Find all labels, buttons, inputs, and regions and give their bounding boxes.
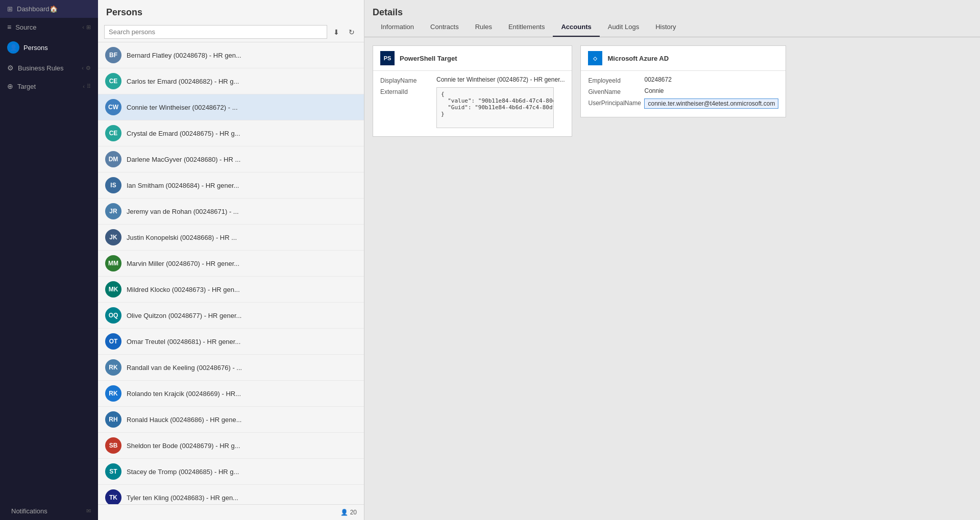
- azure-card-body: EmployeeId 00248672 GivenName Connie Use…: [581, 71, 786, 117]
- azure-logo: ◇: [588, 51, 602, 65]
- persons-footer: 👤 20: [98, 504, 364, 520]
- list-item[interactable]: STStacey de Tromp (00248685) - HR g...: [98, 459, 364, 485]
- sidebar-notifications-label: Notifications: [11, 507, 86, 515]
- sidebar-item-dashboard[interactable]: ⊞ Dashboard 🏠: [0, 0, 98, 18]
- list-item[interactable]: CECrystal de Emard (00248675) - HR g...: [98, 120, 364, 146]
- upn-label: UserPrincipalName: [588, 98, 644, 107]
- sidebar-item-target[interactable]: ⊕ Target ‹ ⠿: [0, 77, 98, 95]
- list-item[interactable]: DMDarlene MacGyver (00248680) - HR ...: [98, 146, 364, 172]
- persons-panel-title: Persons: [98, 0, 364, 22]
- chevron-left-icon-t: ‹: [83, 83, 85, 89]
- tab-information[interactable]: Information: [373, 18, 422, 37]
- list-item[interactable]: CWConnie ter Wintheiser (00248672) - ...: [98, 94, 364, 120]
- employee-id-value: 00248672: [644, 76, 778, 83]
- target-icon: ⊕: [7, 82, 13, 90]
- person-name: Ronald Hauck (00248686) - HR gene...: [127, 416, 241, 424]
- upn-row: UserPrincipalName connie.ter.wintheiser@…: [588, 98, 778, 109]
- external-id-label: ExternalId: [380, 87, 436, 95]
- list-item[interactable]: CECarlos ter Emard (00248682) - HR g...: [98, 68, 364, 94]
- download-button[interactable]: ⬇: [330, 26, 342, 38]
- person-name: Jeremy van de Rohan (00248671) - ...: [127, 208, 239, 215]
- person-name: Justin Konopelski (00248668) - HR ...: [127, 234, 237, 241]
- person-name: Darlene MacGyver (00248680) - HR ...: [127, 156, 240, 163]
- tab-contracts[interactable]: Contracts: [422, 18, 467, 37]
- list-item[interactable]: RKRandall van de Keeling (00248676) - ..…: [98, 355, 364, 381]
- list-item[interactable]: SBSheldon ter Bode (00248679) - HR g...: [98, 433, 364, 459]
- upn-value: connie.ter.wintheiser@t4etest.onmicrosof…: [644, 98, 778, 109]
- tab-history[interactable]: History: [647, 18, 684, 37]
- details-content: PS PowerShell Target DisplayName Connie …: [364, 37, 980, 520]
- person-name: Omar Treutel (00248681) - HR gener...: [127, 338, 240, 345]
- sidebar-target-label: Target: [17, 83, 83, 90]
- list-item[interactable]: JKJustin Konopelski (00248668) - HR ...: [98, 225, 364, 251]
- person-name: Stacey de Tromp (00248685) - HR g...: [127, 468, 239, 476]
- powershell-card-body: DisplayName Connie ter Wintheiser (00248…: [373, 71, 572, 136]
- list-item[interactable]: JRJeremy van de Rohan (00248671) - ...: [98, 199, 364, 225]
- tab-entitlements[interactable]: Entitlements: [500, 18, 553, 37]
- sidebar-item-business-rules[interactable]: ⚙ Business Rules ‹ ⚙: [0, 59, 98, 77]
- sidebar-dashboard-label: Dashboard: [17, 5, 50, 13]
- person-name: Ian Smitham (00248684) - HR gener...: [127, 182, 239, 189]
- grid-icon: ⊞: [86, 24, 91, 31]
- persons-panel: Persons ⬇ ↻ BFBernard Flatley (00248678)…: [98, 0, 364, 520]
- list-item[interactable]: BFBernard Flatley (00248678) - HR gen...: [98, 42, 364, 68]
- avatar: DM: [105, 151, 121, 167]
- tab-accounts[interactable]: Accounts: [553, 18, 599, 37]
- azure-card-header: ◇ Microsoft Azure AD: [581, 46, 786, 71]
- sidebar-business-rules-label: Business Rules: [18, 64, 82, 72]
- settings-icon: ⚙: [86, 65, 91, 71]
- powershell-account-card: PS PowerShell Target DisplayName Connie …: [373, 45, 572, 137]
- avatar: OT: [105, 333, 121, 350]
- chevron-left-icon-br: ‹: [82, 65, 84, 71]
- home-icon: 🏠: [50, 5, 58, 13]
- list-item[interactable]: OTOmar Treutel (00248681) - HR gener...: [98, 329, 364, 355]
- given-name-label: GivenName: [588, 87, 644, 95]
- content-area: Persons ⬇ ↻ BFBernard Flatley (00248678)…: [98, 0, 980, 520]
- refresh-button[interactable]: ↻: [346, 26, 358, 38]
- sidebar-item-source[interactable]: ≡ Source ‹ ⊞: [0, 18, 98, 36]
- employee-id-row: EmployeeId 00248672: [588, 76, 778, 84]
- sidebar-source-label: Source: [15, 23, 82, 31]
- list-item[interactable]: RKRolando ten Krajcik (00248669) - HR...: [98, 381, 364, 407]
- powershell-icon: PS: [380, 51, 395, 65]
- main-content: Persons ⬇ ↻ BFBernard Flatley (00248678)…: [98, 0, 980, 520]
- search-bar: ⬇ ↻: [98, 22, 364, 42]
- person-name: Rolando ten Krajcik (00248669) - HR...: [127, 390, 241, 398]
- display-name-value: Connie ter Wintheiser (00248672) - HR ge…: [436, 76, 565, 83]
- external-id-json[interactable]: { "value": "90b11e84-4b6d-47c4-80df-60d …: [436, 87, 554, 128]
- search-input[interactable]: [104, 25, 327, 39]
- list-item[interactable]: TKTyler ten Kling (00248683) - HR gen...: [98, 485, 364, 504]
- avatar: RK: [105, 385, 121, 402]
- list-item[interactable]: RHRonald Hauck (00248686) - HR gene...: [98, 407, 364, 433]
- azure-icon: ◇: [588, 51, 602, 65]
- list-item[interactable]: MKMildred Klocko (00248673) - HR gen...: [98, 277, 364, 303]
- persons-list: BFBernard Flatley (00248678) - HR gen...…: [98, 42, 364, 504]
- list-item[interactable]: OQOlive Quitzon (00248677) - HR gener...: [98, 303, 364, 329]
- list-item[interactable]: ISIan Smitham (00248684) - HR gener...: [98, 172, 364, 199]
- avatar: JK: [105, 229, 121, 245]
- employee-id-label: EmployeeId: [588, 76, 644, 84]
- given-name-value: Connie: [644, 87, 778, 94]
- person-name: Mildred Klocko (00248673) - HR gen...: [127, 286, 240, 293]
- tab-rules[interactable]: Rules: [467, 18, 500, 37]
- sidebar-persons-label: Persons: [23, 44, 91, 52]
- avatar: RH: [105, 411, 121, 428]
- sidebar-item-notifications[interactable]: Notifications ✉: [0, 502, 98, 520]
- business-rules-icon: ⚙: [7, 64, 14, 72]
- list-item[interactable]: MMMarvin Miller (00248670) - HR gener...: [98, 251, 364, 277]
- powershell-card-title: PowerShell Target: [400, 55, 457, 62]
- source-icon: ≡: [7, 23, 11, 31]
- sidebar-item-persons[interactable]: 👤 Persons: [0, 36, 98, 59]
- powershell-logo: PS: [380, 51, 395, 65]
- avatar: SB: [105, 437, 121, 454]
- person-name: Olive Quitzon (00248677) - HR gener...: [127, 312, 241, 319]
- display-name-label: DisplayName: [380, 76, 436, 84]
- notification-icon: ✉: [86, 508, 91, 514]
- avatar: TK: [105, 489, 121, 504]
- person-name: Marvin Miller (00248670) - HR gener...: [127, 260, 239, 267]
- tab-audit_logs[interactable]: Audit Logs: [600, 18, 647, 37]
- person-name: Connie ter Wintheiser (00248672) - ...: [127, 104, 238, 111]
- details-panel: Details InformationContractsRulesEntitle…: [364, 0, 980, 520]
- details-panel-title: Details: [364, 0, 980, 18]
- avatar: ST: [105, 463, 121, 480]
